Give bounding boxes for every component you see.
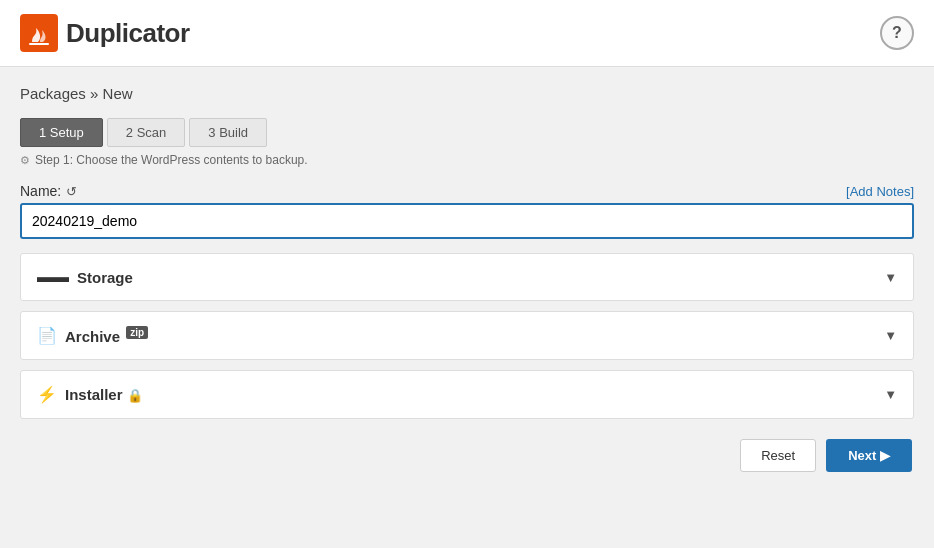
archive-title: 📄 Archive zip: [37, 326, 148, 345]
name-reset-icon[interactable]: ↺: [66, 184, 77, 199]
name-label: Name: ↺: [20, 183, 77, 199]
installer-accordion-header[interactable]: ⚡ Installer 🔒 ▼: [21, 371, 913, 418]
header: Duplicator ?: [0, 0, 934, 67]
installer-title: ⚡ Installer 🔒: [37, 385, 143, 404]
archive-accordion-header[interactable]: 📄 Archive zip ▼: [21, 312, 913, 359]
footer-row: Reset Next ▶: [20, 439, 914, 472]
steps-row: 1 Setup 2 Scan 3 Build: [20, 118, 914, 147]
storage-label: Storage: [77, 269, 133, 286]
storage-accordion-header[interactable]: ▬▬ Storage ▼: [21, 254, 913, 300]
installer-icon: ⚡: [37, 385, 57, 404]
archive-icon: 📄: [37, 326, 57, 345]
page-wrapper: Duplicator ? Packages » New 1 Setup 2 Sc…: [0, 0, 934, 548]
storage-section: ▬▬ Storage ▼: [20, 253, 914, 301]
storage-chevron-icon: ▼: [884, 270, 897, 285]
step-setup[interactable]: 1 Setup: [20, 118, 103, 147]
archive-section: 📄 Archive zip ▼: [20, 311, 914, 360]
wordpress-icon: ⚙: [20, 154, 30, 167]
breadcrumb: Packages » New: [20, 85, 914, 102]
step-build[interactable]: 3 Build: [189, 118, 267, 147]
installer-label: Installer 🔒: [65, 386, 143, 403]
reset-button[interactable]: Reset: [740, 439, 816, 472]
name-row: Name: ↺ [Add Notes]: [20, 183, 914, 199]
storage-icon: ▬▬: [37, 268, 69, 286]
name-input[interactable]: [20, 203, 914, 239]
installer-section: ⚡ Installer 🔒 ▼: [20, 370, 914, 419]
step-scan[interactable]: 2 Scan: [107, 118, 185, 147]
archive-chevron-icon: ▼: [884, 328, 897, 343]
lock-icon: 🔒: [127, 388, 143, 403]
duplicator-logo-icon: [20, 14, 58, 52]
name-label-text: Name:: [20, 183, 61, 199]
help-icon: ?: [892, 24, 902, 42]
add-notes-link[interactable]: [Add Notes]: [846, 184, 914, 199]
next-button[interactable]: Next ▶: [826, 439, 912, 472]
step-hint-text: Step 1: Choose the WordPress contents to…: [35, 153, 308, 167]
archive-label: Archive zip: [65, 327, 148, 345]
step-hint: ⚙ Step 1: Choose the WordPress contents …: [20, 153, 914, 167]
help-button[interactable]: ?: [880, 16, 914, 50]
installer-chevron-icon: ▼: [884, 387, 897, 402]
logo-area: Duplicator: [20, 14, 190, 52]
main-content: Packages » New 1 Setup 2 Scan 3 Build ⚙ …: [0, 67, 934, 492]
logo-text: Duplicator: [66, 18, 190, 49]
storage-title: ▬▬ Storage: [37, 268, 133, 286]
